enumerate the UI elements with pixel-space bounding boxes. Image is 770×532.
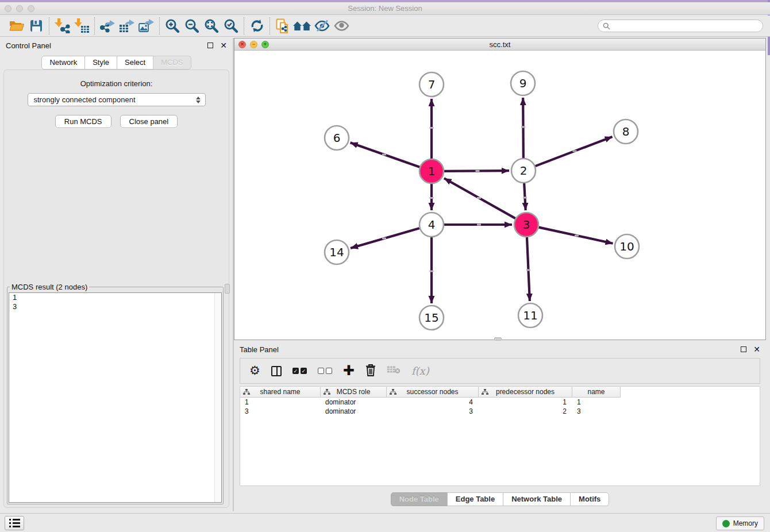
export-image-icon[interactable] (137, 17, 156, 35)
table-header-row: shared name MCDS role successor nodes pr… (240, 387, 760, 398)
toolbar-separator (270, 17, 270, 34)
import-network-icon[interactable] (52, 17, 72, 35)
tab-style[interactable]: Style (84, 56, 117, 70)
column-header-predecessor-nodes[interactable]: predecessor nodes (479, 387, 572, 398)
search-box[interactable] (598, 20, 763, 32)
memory-button[interactable]: Memory (716, 516, 764, 530)
export-image-glyph (138, 18, 155, 33)
search-input[interactable] (613, 22, 758, 30)
network-graph-canvas[interactable]: 7968124314101511 (234, 51, 765, 340)
column-label: shared name (260, 388, 300, 396)
result-scrollbar[interactable] (214, 293, 221, 502)
cell-mcds-role[interactable]: dominator (321, 407, 387, 416)
select-all-icon[interactable]: ✓✓ (292, 368, 307, 374)
tab-select[interactable]: Select (117, 56, 153, 70)
column-header-mcds-role[interactable]: MCDS role (321, 387, 387, 398)
memory-label: Memory (733, 519, 758, 527)
function-builder-icon: f(x) (411, 365, 429, 377)
window-titlebar: Session: New Session (0, 2, 770, 15)
column-header-shared-name[interactable]: shared name (240, 387, 321, 398)
zoom-in-icon[interactable] (163, 17, 182, 35)
zoom-out-glyph (184, 18, 200, 34)
show-all-icon[interactable] (332, 17, 351, 35)
hide-selected-icon[interactable] (312, 17, 332, 35)
tab-network[interactable]: Network (41, 56, 85, 70)
clone-network-glyph (276, 18, 290, 34)
mcds-result-title: MCDS result (2 nodes) (10, 283, 89, 291)
show-columns-icon[interactable] (271, 366, 282, 376)
column-label: predecessor nodes (496, 388, 555, 396)
toolbar-separator (244, 17, 244, 34)
homes-glyph (293, 20, 311, 32)
zoom-selected-icon[interactable] (221, 17, 241, 35)
attribute-icon (390, 389, 396, 395)
task-history-button[interactable] (5, 516, 24, 530)
table-panel-title: Table Panel (240, 345, 279, 354)
edge-label-mark (430, 271, 434, 272)
cell-shared-name[interactable]: 1 (240, 398, 321, 407)
first-neighbors-icon[interactable] (292, 17, 312, 35)
optimization-criterion-label: Optimization criterion: (4, 79, 229, 88)
cell-predecessor-nodes[interactable]: 2 (479, 407, 572, 416)
table-row[interactable]: 1 dominator 4 1 1 (240, 398, 760, 407)
trash-glyph (365, 364, 376, 376)
toolbar-separator (94, 17, 95, 34)
toolbar-separator (49, 17, 49, 34)
table-panel-header: Table Panel ✕ (234, 342, 766, 357)
control-panel-tabs: Network Style Select MCDS (0, 56, 233, 70)
open-folder-icon (9, 20, 24, 32)
tab-edge-table[interactable]: Edge Table (447, 492, 503, 506)
cell-mcds-role[interactable]: dominator (321, 398, 387, 407)
tab-node-table[interactable]: Node Table (391, 492, 448, 506)
close-panel-button[interactable]: Close panel (120, 115, 178, 128)
table-row[interactable]: 3 dominator 3 2 3 (240, 407, 760, 416)
criterion-select[interactable]: strongly connected component (28, 93, 206, 106)
save-session-icon[interactable] (26, 17, 46, 35)
table-settings-icon[interactable]: ⚙ (249, 365, 260, 377)
clone-network-icon[interactable] (273, 17, 292, 35)
cell-predecessor-nodes[interactable]: 1 (479, 398, 572, 407)
deselect-all-icon[interactable] (318, 368, 332, 374)
cell-shared-name[interactable]: 3 (240, 407, 321, 416)
edge-label-mark (573, 151, 577, 152)
cell-name[interactable]: 1 (572, 398, 621, 407)
table-toolbar: ⚙ ✓✓ ✚ f(x) (240, 358, 760, 384)
close-panel-icon[interactable]: ✕ (220, 41, 227, 49)
zoom-fit-icon[interactable] (202, 17, 221, 35)
column-label: name (587, 388, 605, 396)
import-table-icon[interactable] (72, 17, 91, 35)
control-panel: Control Panel ✕ Network Style Select MCD… (0, 38, 233, 511)
mcds-result-textarea[interactable]: 1 3 (9, 292, 222, 503)
zoom-fit-glyph (204, 18, 220, 34)
open-file-icon[interactable] (7, 17, 26, 35)
mcds-panel: Optimization criterion: strongly connect… (3, 70, 229, 508)
tab-mcds[interactable]: MCDS (153, 56, 191, 70)
cell-name[interactable]: 3 (572, 407, 621, 416)
list-icon (9, 526, 24, 527)
graph-node-label: 6 (333, 131, 341, 145)
import-network-glyph (55, 18, 70, 33)
export-network-icon[interactable] (98, 17, 117, 35)
table-tabs: Node Table Edge Table Network Table Moti… (234, 492, 766, 506)
network-window-titlebar[interactable]: ✕ − + scc.txt (234, 38, 765, 51)
main-toolbar (0, 16, 770, 37)
export-table-icon[interactable] (117, 17, 137, 35)
edge-label-mark (575, 235, 579, 237)
edge-label-mark (521, 126, 525, 128)
delete-row-icon[interactable] (365, 364, 376, 379)
run-mcds-button[interactable]: Run MCDS (55, 115, 111, 128)
vertical-split-grip[interactable] (225, 284, 230, 294)
horizontal-split-grip[interactable] (494, 337, 502, 341)
column-header-name[interactable]: name (572, 387, 621, 398)
tab-motifs[interactable]: Motifs (570, 492, 609, 506)
cell-successor-nodes[interactable]: 3 (387, 407, 479, 416)
refresh-icon[interactable] (247, 17, 267, 35)
tab-network-table[interactable]: Network Table (503, 492, 571, 506)
add-row-icon[interactable]: ✚ (343, 364, 355, 377)
float-panel-icon[interactable] (207, 43, 213, 48)
float-table-panel-icon[interactable] (741, 346, 746, 352)
zoom-out-icon[interactable] (182, 17, 202, 35)
column-header-successor-nodes[interactable]: successor nodes (387, 387, 479, 398)
cell-successor-nodes[interactable]: 4 (387, 398, 479, 407)
close-table-panel-icon[interactable]: ✕ (753, 345, 760, 353)
